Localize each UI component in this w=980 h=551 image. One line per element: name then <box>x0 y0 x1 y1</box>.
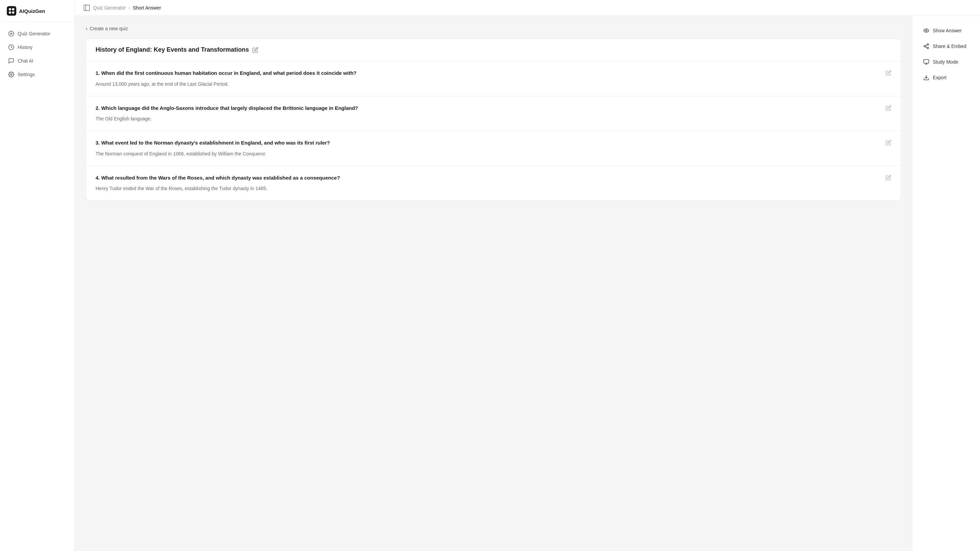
question-content: 1. When did the first continuous human h… <box>95 69 880 88</box>
export-button[interactable]: Export <box>919 71 973 84</box>
sidebar: AIQuizGen Quiz Generator History <box>0 0 75 551</box>
download-icon <box>923 75 929 81</box>
quiz-title: History of England: Key Events and Trans… <box>95 46 249 53</box>
main-wrapper: Quiz Generator › Short Answer ‹ Create a… <box>75 0 980 551</box>
question-edit-icon[interactable] <box>886 105 891 111</box>
sidebar-item-label: Settings <box>18 72 35 77</box>
question-edit-icon[interactable] <box>886 175 891 181</box>
answer-text: The Old English language. <box>95 115 880 123</box>
question-item: 3. What event led to the Norman dynasty'… <box>86 131 901 166</box>
question-text: 4. What resulted from the Wars of the Ro… <box>95 174 880 182</box>
breadcrumb-separator: › <box>129 5 130 11</box>
export-label: Export <box>933 75 947 80</box>
sidebar-item-chat-ai[interactable]: Chat AI <box>4 55 70 67</box>
svg-rect-16 <box>924 59 929 63</box>
question-text: 1. When did the first continuous human h… <box>95 69 880 77</box>
study-mode-button[interactable]: Study Mode <box>919 56 973 68</box>
question-item: 4. What resulted from the Wars of the Ro… <box>86 166 901 201</box>
svg-point-12 <box>924 46 926 47</box>
share-embed-button[interactable]: Share & Embed <box>919 40 973 53</box>
logo-text: AIQuizGen <box>19 8 45 14</box>
sidebar-item-label: History <box>18 45 33 50</box>
svg-point-7 <box>11 74 12 75</box>
question-text: 2. Which language did the Anglo-Saxons i… <box>95 104 880 112</box>
svg-point-0 <box>9 8 11 11</box>
monitor-icon <box>923 59 929 65</box>
question-item: 2. Which language did the Anglo-Saxons i… <box>86 96 901 131</box>
svg-rect-8 <box>84 5 90 11</box>
svg-line-14 <box>925 46 927 48</box>
breadcrumb: Quiz Generator › Short Answer <box>93 5 161 11</box>
panel-toggle-icon[interactable] <box>83 4 91 11</box>
breadcrumb-root[interactable]: Quiz Generator <box>93 5 126 11</box>
svg-point-2 <box>9 11 11 14</box>
question-edit-icon[interactable] <box>886 70 891 76</box>
answer-text: Henry Tudor ended the War of the Roses, … <box>95 185 880 192</box>
logo: AIQuizGen <box>0 0 75 22</box>
back-arrow-icon: ‹ <box>86 25 88 32</box>
svg-line-15 <box>925 45 927 46</box>
question-edit-icon[interactable] <box>886 140 891 146</box>
svg-point-13 <box>927 47 929 49</box>
sidebar-item-label: Chat AI <box>18 58 33 64</box>
svg-point-4 <box>9 31 14 37</box>
show-answer-label: Show Answer <box>933 28 962 33</box>
answer-text: Around 13,000 years ago, at the end of t… <box>95 81 880 88</box>
eye-icon <box>923 27 929 33</box>
topbar: Quiz Generator › Short Answer <box>75 0 980 16</box>
svg-point-10 <box>926 30 927 32</box>
share-icon <box>923 43 929 49</box>
svg-point-1 <box>12 8 14 11</box>
chat-icon <box>8 58 14 64</box>
sidebar-navigation: Quiz Generator History Chat AI <box>0 22 75 86</box>
create-new-label: Create a new quiz <box>89 26 128 31</box>
settings-icon <box>8 72 14 78</box>
quiz-title-bar: History of England: Key Events and Trans… <box>86 39 901 61</box>
right-panel: Show Answer Share & Embed <box>912 16 980 551</box>
svg-point-3 <box>12 11 14 14</box>
quiz-panel: ‹ Create a new quiz History of England: … <box>75 16 912 551</box>
show-answer-button[interactable]: Show Answer <box>919 24 973 37</box>
question-text: 3. What event led to the Norman dynasty'… <box>95 139 880 147</box>
sidebar-item-label: Quiz Generator <box>18 31 50 37</box>
sidebar-item-settings[interactable]: Settings <box>4 68 70 81</box>
study-mode-label: Study Mode <box>933 59 958 65</box>
quiz-card: History of England: Key Events and Trans… <box>86 38 901 201</box>
breadcrumb-current: Short Answer <box>133 5 161 11</box>
question-content: 3. What event led to the Norman dynasty'… <box>95 139 880 158</box>
grid-icon <box>8 30 14 37</box>
share-embed-label: Share & Embed <box>933 43 966 49</box>
sidebar-item-quiz-generator[interactable]: Quiz Generator <box>4 27 70 40</box>
answer-text: The Norman conquest of England in 1066, … <box>95 150 880 158</box>
clock-icon <box>8 44 14 50</box>
logo-icon <box>7 6 16 16</box>
question-content: 4. What resulted from the Wars of the Ro… <box>95 174 880 193</box>
sidebar-item-history[interactable]: History <box>4 41 70 53</box>
create-new-quiz-link[interactable]: ‹ Create a new quiz <box>86 25 128 32</box>
svg-point-11 <box>927 44 929 46</box>
quiz-title-edit-icon[interactable] <box>252 47 258 53</box>
content-area: ‹ Create a new quiz History of England: … <box>75 16 980 551</box>
svg-point-5 <box>11 33 12 35</box>
question-item: 1. When did the first continuous human h… <box>86 61 901 96</box>
question-content: 2. Which language did the Anglo-Saxons i… <box>95 104 880 123</box>
